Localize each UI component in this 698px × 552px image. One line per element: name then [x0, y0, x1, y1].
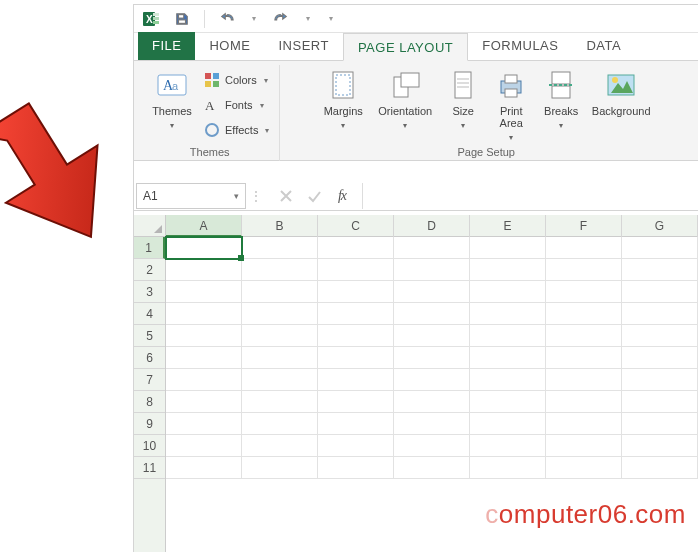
cell-E7[interactable]: [470, 369, 546, 391]
name-box[interactable]: A1 ▾: [136, 183, 246, 209]
row-header-3[interactable]: 3: [134, 281, 165, 303]
cell-E1[interactable]: [470, 237, 546, 259]
tab-data[interactable]: DATA: [572, 32, 635, 60]
tab-insert[interactable]: INSERT: [264, 32, 342, 60]
orientation-button[interactable]: Orientation▾: [373, 65, 437, 130]
fonts-button[interactable]: A Fonts▾: [202, 94, 271, 116]
cell-G3[interactable]: [622, 281, 698, 303]
cell-E10[interactable]: [470, 435, 546, 457]
row-header-10[interactable]: 10: [134, 435, 165, 457]
tab-home[interactable]: HOME: [195, 32, 264, 60]
cell-G11[interactable]: [622, 457, 698, 479]
tab-page-layout[interactable]: PAGE LAYOUT: [343, 33, 468, 61]
cell-D9[interactable]: [394, 413, 470, 435]
cell-F3[interactable]: [546, 281, 622, 303]
cell-A9[interactable]: [166, 413, 242, 435]
cell-B11[interactable]: [242, 457, 318, 479]
cell-B4[interactable]: [242, 303, 318, 325]
cell-B7[interactable]: [242, 369, 318, 391]
cell-B6[interactable]: [242, 347, 318, 369]
cell-A6[interactable]: [166, 347, 242, 369]
cell-C10[interactable]: [318, 435, 394, 457]
print-area-button[interactable]: Print Area▾: [489, 65, 533, 142]
column-header-G[interactable]: G: [622, 215, 698, 237]
column-header-B[interactable]: B: [242, 215, 318, 237]
column-header-D[interactable]: D: [394, 215, 470, 237]
row-header-6[interactable]: 6: [134, 347, 165, 369]
row-header-8[interactable]: 8: [134, 391, 165, 413]
cell-D1[interactable]: [394, 237, 470, 259]
tab-formulas[interactable]: FORMULAS: [468, 32, 572, 60]
column-header-A[interactable]: A: [166, 215, 242, 237]
cell-G7[interactable]: [622, 369, 698, 391]
cell-A3[interactable]: [166, 281, 242, 303]
row-header-9[interactable]: 9: [134, 413, 165, 435]
cell-A7[interactable]: [166, 369, 242, 391]
cell-D6[interactable]: [394, 347, 470, 369]
row-header-2[interactable]: 2: [134, 259, 165, 281]
cell-F5[interactable]: [546, 325, 622, 347]
redo-button[interactable]: [269, 8, 293, 30]
margins-button[interactable]: Margins▾: [319, 65, 367, 130]
cell-F10[interactable]: [546, 435, 622, 457]
cell-E3[interactable]: [470, 281, 546, 303]
column-header-C[interactable]: C: [318, 215, 394, 237]
row-header-11[interactable]: 11: [134, 457, 165, 479]
cell-F11[interactable]: [546, 457, 622, 479]
cell-A5[interactable]: [166, 325, 242, 347]
formula-input[interactable]: [362, 183, 698, 209]
cell-F8[interactable]: [546, 391, 622, 413]
cell-C2[interactable]: [318, 259, 394, 281]
cell-B9[interactable]: [242, 413, 318, 435]
column-header-E[interactable]: E: [470, 215, 546, 237]
row-header-5[interactable]: 5: [134, 325, 165, 347]
cell-C6[interactable]: [318, 347, 394, 369]
cell-A2[interactable]: [166, 259, 242, 281]
insert-function-button[interactable]: fx: [330, 185, 354, 207]
cell-A10[interactable]: [166, 435, 242, 457]
cell-D8[interactable]: [394, 391, 470, 413]
undo-button[interactable]: [215, 8, 239, 30]
cell-D3[interactable]: [394, 281, 470, 303]
cell-E2[interactable]: [470, 259, 546, 281]
cancel-formula-button[interactable]: [274, 185, 298, 207]
cell-B8[interactable]: [242, 391, 318, 413]
tab-file[interactable]: FILE: [138, 32, 195, 60]
cell-C5[interactable]: [318, 325, 394, 347]
cell-C4[interactable]: [318, 303, 394, 325]
cell-D11[interactable]: [394, 457, 470, 479]
cell-D5[interactable]: [394, 325, 470, 347]
cell-E4[interactable]: [470, 303, 546, 325]
undo-dropdown[interactable]: ▾: [249, 14, 259, 23]
cell-B1[interactable]: [242, 237, 318, 259]
cell-D10[interactable]: [394, 435, 470, 457]
cell-F4[interactable]: [546, 303, 622, 325]
cell-A4[interactable]: [166, 303, 242, 325]
cell-A1[interactable]: [166, 237, 242, 259]
row-header-7[interactable]: 7: [134, 369, 165, 391]
cell-F2[interactable]: [546, 259, 622, 281]
cell-G10[interactable]: [622, 435, 698, 457]
cell-A11[interactable]: [166, 457, 242, 479]
column-header-F[interactable]: F: [546, 215, 622, 237]
cell-A8[interactable]: [166, 391, 242, 413]
select-all-button[interactable]: [134, 215, 166, 237]
cell-E6[interactable]: [470, 347, 546, 369]
effects-button[interactable]: Effects▾: [202, 119, 271, 141]
cell-G9[interactable]: [622, 413, 698, 435]
save-button[interactable]: [170, 8, 194, 30]
cell-G2[interactable]: [622, 259, 698, 281]
cell-C3[interactable]: [318, 281, 394, 303]
cell-C1[interactable]: [318, 237, 394, 259]
cell-G6[interactable]: [622, 347, 698, 369]
size-button[interactable]: Size▾: [443, 65, 483, 130]
cell-G5[interactable]: [622, 325, 698, 347]
cell-G1[interactable]: [622, 237, 698, 259]
cell-C7[interactable]: [318, 369, 394, 391]
cell-D7[interactable]: [394, 369, 470, 391]
cell-G4[interactable]: [622, 303, 698, 325]
cell-E9[interactable]: [470, 413, 546, 435]
cell-E8[interactable]: [470, 391, 546, 413]
cell-D4[interactable]: [394, 303, 470, 325]
themes-button[interactable]: Aa Themes ▾: [148, 65, 196, 130]
